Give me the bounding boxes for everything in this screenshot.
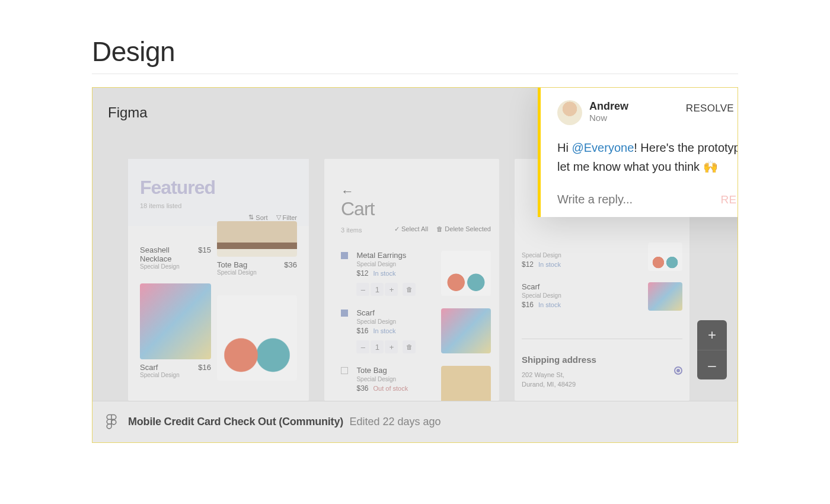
- cart-item-price: $36: [356, 384, 368, 393]
- featured-title: Featured: [140, 177, 297, 199]
- cart-items-count: 3 items: [341, 227, 362, 234]
- product-name: Tote Bag: [217, 260, 257, 269]
- avatar: [557, 100, 582, 125]
- cart-item-name: Tote Bag: [356, 366, 433, 375]
- qty-value: 1: [371, 340, 384, 353]
- product-price: $15: [198, 245, 211, 254]
- product-sub: Special Design: [217, 269, 257, 276]
- featured-subtitle: 18 items listed: [140, 202, 297, 209]
- product-thumb: [217, 221, 297, 257]
- comment-thread: Andrew Now RESOLVE ⋮ Hi @Everyone! Here'…: [538, 87, 738, 217]
- product-price: $36: [284, 260, 297, 269]
- stock-status: In stock: [538, 301, 561, 308]
- shipping-address-line: 202 Wayne St,: [522, 371, 682, 379]
- comment-time: Now: [589, 113, 628, 123]
- checkbox-icon[interactable]: [341, 310, 348, 317]
- sort-button[interactable]: ⇅ Sort: [248, 213, 267, 221]
- trash-icon[interactable]: 🗑: [403, 340, 416, 353]
- product-price: $16: [198, 363, 211, 372]
- delete-selected-button[interactable]: 🗑 Delete Selected: [436, 225, 491, 233]
- file-info-bar: Mobile Credit Card Check Out (Community)…: [92, 401, 738, 442]
- summary-thumb: [648, 243, 682, 271]
- cart-thumb: [441, 251, 491, 296]
- product-name: Seashell Necklace: [140, 245, 198, 263]
- reply-button[interactable]: REPLY: [721, 193, 738, 206]
- trash-icon[interactable]: 🗑: [403, 283, 416, 296]
- back-arrow-icon[interactable]: ←: [341, 184, 354, 199]
- reply-input[interactable]: [557, 193, 707, 206]
- file-name: Mobile Credit Card Check Out (Community): [128, 416, 343, 428]
- zoom-out-button[interactable]: –: [697, 350, 727, 379]
- cart-item-name: Scarf: [356, 308, 433, 317]
- qty-minus-button[interactable]: –: [356, 283, 369, 296]
- mention[interactable]: @Everyone: [572, 141, 634, 154]
- svg-point-0: [111, 420, 116, 425]
- checkbox-icon[interactable]: [341, 367, 348, 374]
- qty-plus-button[interactable]: +: [385, 283, 398, 296]
- shipping-title: Shipping address: [522, 355, 682, 365]
- resolve-button[interactable]: RESOLVE: [686, 103, 734, 114]
- cart-item-price: $12: [356, 269, 368, 277]
- qty-plus-button[interactable]: +: [385, 340, 398, 353]
- figma-embed-frame: Figma Featured 18 items listed ⇅ Sort ▽ …: [92, 87, 738, 443]
- qty-minus-button[interactable]: –: [356, 340, 369, 353]
- summary-price: $16: [522, 301, 534, 309]
- stock-status: In stock: [373, 270, 395, 277]
- summary-thumb: [648, 282, 682, 311]
- shipping-address-line: Durand, MI, 48429: [522, 380, 682, 389]
- comment-author: Andrew: [589, 100, 628, 113]
- product-sub: Special Design: [140, 372, 180, 378]
- qty-value: 1: [371, 283, 384, 296]
- cart-title: Cart: [341, 198, 374, 220]
- featured-header: Featured 18 items listed ⇅ Sort ▽ Filter: [128, 159, 309, 226]
- product-thumb: [140, 283, 211, 359]
- file-edited-label: Edited 22 days ago: [349, 416, 440, 428]
- cart-item-price: $16: [356, 327, 368, 335]
- cart-item-sub: Special Design: [356, 261, 433, 267]
- checkbox-icon[interactable]: [341, 252, 348, 259]
- cart-item-name: Metal Earrings: [356, 251, 433, 260]
- shipping-block: Shipping address 202 Wayne St, Durand, M…: [522, 339, 682, 389]
- stock-status: Out of stock: [373, 385, 408, 392]
- figma-logo-icon: [106, 414, 117, 430]
- screen-cart: ← Cart 3 items ✓ Select All 🗑 Delete Sel…: [324, 159, 499, 401]
- summary-price: $12: [522, 260, 534, 269]
- filter-button[interactable]: ▽ Filter: [276, 213, 297, 221]
- select-all-button[interactable]: ✓ Select All: [394, 225, 428, 233]
- zoom-in-button[interactable]: +: [697, 320, 727, 350]
- product-sub: Special Design: [140, 263, 198, 270]
- product-thumb: [217, 295, 297, 381]
- stock-status: In stock: [373, 327, 395, 334]
- product-name: Scarf: [140, 363, 180, 372]
- comment-body: Hi @Everyone! Here's the prototype, let …: [557, 138, 738, 176]
- radio-selected-icon[interactable]: [674, 366, 682, 375]
- cart-item-sub: Special Design: [356, 318, 433, 325]
- cart-item-sub: Special Design: [356, 376, 433, 382]
- zoom-controls: + –: [697, 320, 727, 379]
- screen-featured: Featured 18 items listed ⇅ Sort ▽ Filter…: [128, 159, 309, 401]
- stock-status: In stock: [538, 261, 561, 268]
- hands-emoji-icon: 🙌: [703, 160, 718, 173]
- cart-thumb: [441, 308, 491, 353]
- page-title: Design: [92, 36, 738, 74]
